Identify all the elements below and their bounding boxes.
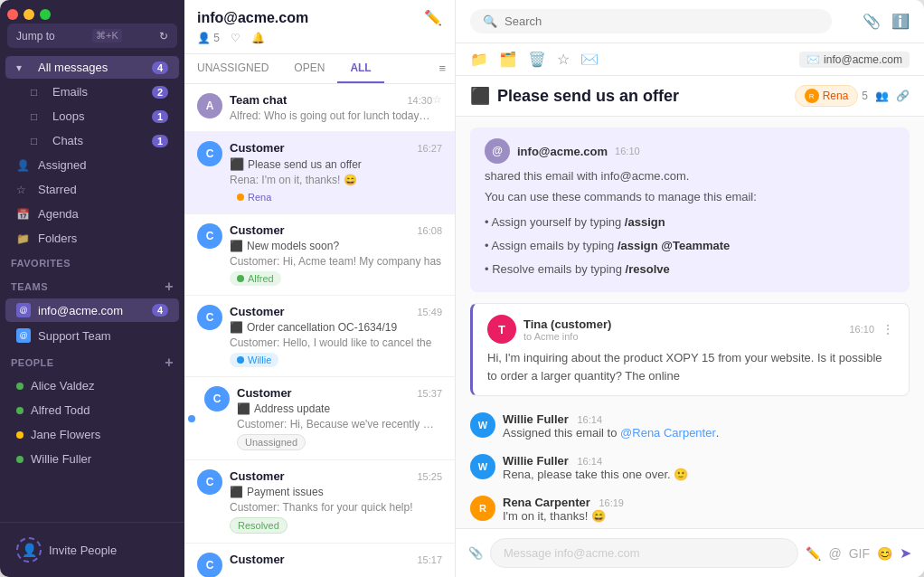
- conv-item-customer-1[interactable]: C Customer 16:27 ⬛ Please send us an off…: [184, 132, 455, 214]
- traffic-lights: [7, 9, 51, 20]
- search-bar[interactable]: 🔍: [470, 9, 832, 33]
- teams-header: TEAMS +: [0, 272, 184, 298]
- tab-all[interactable]: ALL: [337, 54, 383, 83]
- assignee-badge-unassigned: Unassigned: [237, 434, 306, 450]
- agenda-icon: 📅: [16, 208, 31, 221]
- conv-item-customer-6[interactable]: C Customer 15:17: [184, 544, 455, 577]
- sidebar-item-loops[interactable]: □ Loops 1: [5, 105, 179, 128]
- compose-gif-icon[interactable]: GIF: [849, 546, 870, 561]
- folder-icon[interactable]: 📁: [470, 51, 488, 68]
- assignee-chip: R Rena: [795, 85, 859, 107]
- jump-to-button[interactable]: Jump to ⌘+K ↻: [7, 24, 177, 48]
- conv-item-team-chat[interactable]: A Team chat 14:30 Alfred: Who is going o…: [184, 84, 455, 132]
- conversation-items: A Team chat 14:30 Alfred: Who is going o…: [184, 84, 455, 577]
- sidebar-item-folders[interactable]: 📁 Folders: [5, 227, 179, 250]
- sidebar-item-info-acme[interactable]: @ info@acme.com 4: [5, 298, 179, 322]
- search-input[interactable]: [504, 14, 819, 28]
- resolved-badge: Resolved: [230, 517, 288, 534]
- msg-more-button[interactable]: ⋮: [882, 322, 894, 336]
- sidebar-person-willie[interactable]: Willie Fuller: [5, 448, 179, 470]
- team-support-icon: @: [16, 328, 31, 343]
- email-icon: □: [31, 86, 45, 99]
- archive-icon[interactable]: 🗂️: [499, 51, 517, 68]
- sidebar-item-support-team[interactable]: @ Support Team: [5, 324, 179, 347]
- sidebar-item-all-messages[interactable]: ▾ All messages 4: [5, 56, 179, 79]
- reply-icon: ⬛: [470, 86, 490, 106]
- status-dot-jane: [16, 431, 24, 439]
- close-button[interactable]: [7, 9, 18, 20]
- header-icons: ✏️: [424, 9, 442, 26]
- sidebar-item-emails[interactable]: □ Emails 2: [5, 80, 179, 103]
- conv-item-customer-3[interactable]: C Customer 15:49 ⬛ Order cancellation OC…: [184, 296, 455, 377]
- star-conv-0[interactable]: ☆: [432, 93, 442, 106]
- people-header: PEOPLE +: [0, 348, 184, 374]
- msg-avatar-tina: T: [487, 315, 516, 344]
- email-tag: ✉️ info@acme.com: [799, 52, 910, 68]
- activity-1: W Willie Fuller 16:14 Assigned this emai…: [470, 407, 910, 445]
- status-dot-alice: [16, 383, 24, 390]
- conv-avatar-customer-1: C: [197, 141, 222, 166]
- invite-people-button[interactable]: 👤 Invite People: [11, 534, 174, 566]
- conv-item-customer-5[interactable]: C Customer 15:25 ⬛ Payment issues Custom…: [184, 460, 455, 544]
- loops-icon: □: [31, 110, 45, 123]
- tab-unassigned[interactable]: UNASSIGNED: [184, 54, 281, 83]
- inbox-icon-5: ⬛: [230, 486, 243, 498]
- compose-format-icon[interactable]: ✏️: [806, 546, 821, 561]
- favorites-header: FAVORITES: [0, 251, 184, 272]
- sidebar-item-assigned[interactable]: 👤 Assigned: [5, 154, 179, 176]
- minimize-button[interactable]: [24, 9, 34, 20]
- star-toolbar-icon[interactable]: ☆: [557, 51, 570, 68]
- email-toolbar-icon[interactable]: ✉️: [580, 51, 599, 68]
- compose-attachment-icon[interactable]: 📎: [468, 546, 483, 560]
- sidebar: Jump to ⌘+K ↻ ▾ All messages 4 □ Emails …: [0, 0, 184, 577]
- main-header: 🔍 📎 ℹ️: [456, 0, 924, 43]
- activity-3: R Rena Carpenter 16:19 I'm on it, thanks…: [470, 490, 910, 528]
- inbox-icon-2: ⬛: [230, 240, 243, 252]
- tab-open[interactable]: OPEN: [281, 54, 337, 83]
- compose-actions: ✏️ @ GIF 😊 ➤: [806, 544, 911, 562]
- external-link-icon[interactable]: 🔗: [896, 90, 910, 102]
- system-commands: • Assign yourself by typing /assign • As…: [485, 211, 895, 281]
- inbox-icon-4: ⬛: [237, 402, 250, 415]
- filter-button[interactable]: ≡: [429, 54, 455, 83]
- add-team-button[interactable]: +: [165, 279, 174, 294]
- system-message: @ info@acme.com 16:10 shared this email …: [470, 128, 910, 292]
- messages-area: @ info@acme.com 16:10 shared this email …: [456, 117, 924, 528]
- sidebar-bottom: 👤 Invite People: [0, 522, 184, 577]
- compose-icon[interactable]: ✏️: [424, 9, 442, 26]
- activity-2: W Willie Fuller 16:14 Rena, please take …: [470, 449, 910, 487]
- sidebar-person-alice[interactable]: Alice Valdez: [5, 374, 179, 397]
- trash-icon[interactable]: 🗑️: [528, 51, 546, 68]
- compose-area: 📎 Message info@acme.com ✏️ @ GIF 😊 ➤: [456, 528, 924, 577]
- info-icon[interactable]: ℹ️: [891, 13, 910, 30]
- assignee-badge-willie: Willie: [230, 353, 278, 367]
- conv-header: info@acme.com ✏️ 👤 5 ♡ 🔔: [184, 0, 455, 54]
- conv-item-customer-2[interactable]: C Customer 16:08 ⬛ New models soon? Cust…: [184, 214, 455, 296]
- chats-icon: □: [31, 135, 45, 147]
- compose-emoji-icon[interactable]: 😊: [877, 546, 892, 561]
- compose-mention-icon[interactable]: @: [828, 546, 841, 561]
- attachment-icon[interactable]: 📎: [863, 13, 881, 30]
- conv-avatar-customer-6: C: [197, 553, 222, 577]
- people-icon: 👥: [875, 90, 889, 102]
- conv-header-meta: 👤 5 ♡ 🔔: [197, 32, 442, 44]
- sidebar-item-starred[interactable]: ☆ Starred: [5, 178, 179, 201]
- assignee-dot: [237, 194, 244, 201]
- conv-avatar-team-chat: A: [197, 93, 222, 118]
- add-people-button[interactable]: +: [165, 355, 174, 370]
- folders-icon: 📁: [16, 232, 31, 245]
- sidebar-item-chats[interactable]: □ Chats 1: [5, 129, 179, 152]
- sidebar-item-agenda[interactable]: 📅 Agenda: [5, 203, 179, 225]
- sidebar-person-alfred[interactable]: Alfred Todd: [5, 399, 179, 421]
- conv-item-customer-4[interactable]: C Customer 15:37 ⬛ Address update Custom…: [184, 377, 455, 460]
- status-dot-willie: [16, 456, 24, 463]
- sidebar-person-jane[interactable]: Jane Flowers: [5, 423, 179, 446]
- assigned-icon: 👤: [16, 159, 31, 172]
- main-content: 🔍 📎 ℹ️ 📁 🗂️ 🗑️ ☆ ✉️ ✉️ info@acme.com: [456, 0, 924, 577]
- inbox-icon-1: ⬛: [230, 157, 244, 171]
- header-actions: 📎 ℹ️: [863, 13, 910, 30]
- conv-tabs: UNASSIGNED OPEN ALL ≡: [184, 54, 455, 84]
- compose-input[interactable]: Message info@acme.com: [490, 538, 798, 568]
- maximize-button[interactable]: [40, 9, 51, 20]
- compose-send-button[interactable]: ➤: [900, 544, 911, 562]
